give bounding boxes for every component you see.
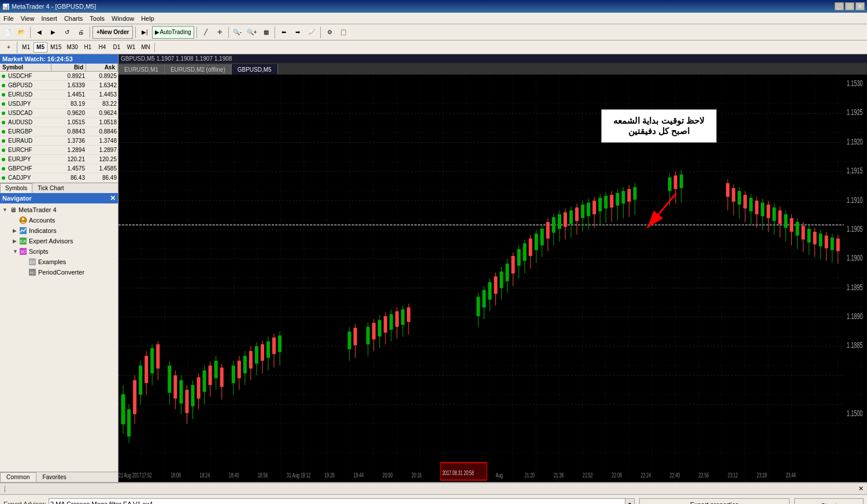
- tab-tick-chart[interactable]: Tick Chart: [32, 183, 69, 193]
- svg-rect-86: [272, 338, 276, 354]
- svg-text:1.1920: 1.1920: [847, 137, 863, 147]
- nav-period-converter[interactable]: PC PeriodConverter: [1, 267, 117, 277]
- zoom-in-chart-button[interactable]: 🔍+: [245, 26, 259, 39]
- period-mn-button[interactable]: MN: [139, 42, 153, 53]
- tab-eurusd-m1[interactable]: EURUSD,M1: [118, 64, 165, 75]
- tab-symbols[interactable]: Symbols: [0, 183, 32, 193]
- nav-scripts[interactable]: ▼ SC Scripts: [1, 246, 117, 257]
- period-w1-button[interactable]: W1: [124, 42, 138, 53]
- scroll-right-button[interactable]: ➡: [291, 26, 304, 39]
- annotation-arrow: [642, 187, 688, 235]
- symbol-name: USDCAD: [7, 110, 51, 116]
- menu-charts[interactable]: Charts: [61, 14, 86, 23]
- new-chart-button[interactable]: 📄: [1, 26, 14, 39]
- svg-rect-68: [214, 361, 218, 378]
- templates-button[interactable]: 📋: [337, 26, 350, 39]
- start-button[interactable]: Start: [794, 498, 864, 504]
- nav-ea-expand: ▶: [13, 238, 18, 244]
- period-m5-button[interactable]: M5: [34, 42, 47, 53]
- forward-button[interactable]: ▶: [47, 26, 60, 39]
- market-watch-row[interactable]: CADJPY 86.43 86.49: [0, 173, 118, 183]
- symbol-name: CADJPY: [7, 175, 51, 181]
- scroll-left-button[interactable]: ⬅: [277, 26, 290, 39]
- market-watch-tabs: Symbols Tick Chart: [0, 183, 118, 193]
- title-bar-controls[interactable]: _ □ ✕: [835, 2, 865, 10]
- zoom-out-chart-button[interactable]: 🔍-: [231, 26, 244, 39]
- market-watch-row[interactable]: EURUSD 1.4451 1.4453: [0, 90, 118, 99]
- open-button[interactable]: 📂: [15, 26, 28, 39]
- menu-insert[interactable]: Insert: [38, 14, 61, 23]
- refresh-button[interactable]: ↺: [61, 26, 73, 39]
- expert-properties-button[interactable]: Expert properties: [639, 498, 790, 504]
- svg-rect-48: [150, 348, 154, 373]
- period-h1-button[interactable]: H1: [81, 42, 95, 53]
- crosshair-button[interactable]: ✛: [213, 26, 226, 39]
- bid-value: 83.19: [51, 101, 86, 107]
- autotrading-button[interactable]: ▶ AutoTrading: [152, 26, 194, 39]
- maximize-button[interactable]: □: [845, 2, 854, 10]
- menu-help[interactable]: Help: [138, 14, 158, 23]
- menu-tools[interactable]: Tools: [86, 14, 108, 23]
- zoom-in-button[interactable]: ▶|: [138, 26, 151, 39]
- symbol-name: EURAUD: [7, 138, 51, 144]
- market-watch-row[interactable]: EURJPY 120.21 120.25: [0, 155, 118, 164]
- menu-view[interactable]: View: [17, 14, 38, 23]
- period-m30-button[interactable]: M30: [64, 42, 80, 53]
- market-watch-row[interactable]: GBPUSD 1.6339 1.6342: [0, 81, 118, 90]
- bid-value: 0.8921: [51, 73, 86, 79]
- ea-input[interactable]: [49, 499, 625, 504]
- svg-rect-90: [348, 332, 351, 349]
- period-h4-button[interactable]: H4: [95, 42, 109, 53]
- minimize-button[interactable]: _: [835, 2, 844, 10]
- market-watch-row[interactable]: USDCAD 0.9620 0.9624: [0, 109, 118, 118]
- navigator-close-button[interactable]: ✕: [110, 194, 116, 202]
- market-watch-row[interactable]: EURAUD 1.3736 1.3748: [0, 136, 118, 146]
- market-watch-row[interactable]: GBPCHF 1.4575 1.4585: [0, 164, 118, 173]
- svg-rect-56: [179, 380, 183, 403]
- nav-metatrader4[interactable]: ▼ 🖥 MetaTrader 4: [1, 205, 117, 215]
- market-watch-row[interactable]: EURGBP 0.8843 0.8846: [0, 127, 118, 136]
- tab-eurusd-m2[interactable]: EURUSD,M2 (offline): [165, 64, 232, 75]
- menu-window[interactable]: Window: [108, 14, 138, 23]
- nav-examples[interactable]: EX Examples: [1, 257, 117, 267]
- svg-rect-192: [784, 214, 787, 228]
- svg-rect-210: [836, 239, 840, 251]
- svg-rect-130: [535, 234, 538, 250]
- period-m15-button[interactable]: M15: [48, 42, 64, 53]
- svg-rect-66: [209, 366, 212, 386]
- nav-indicators[interactable]: ▶ Indicators: [1, 225, 117, 236]
- menu-file[interactable]: File: [0, 14, 17, 23]
- print-button[interactable]: 🖨: [75, 26, 87, 39]
- new-order-button[interactable]: + New Order: [92, 26, 133, 39]
- line-study-button[interactable]: ╱: [199, 26, 212, 39]
- nav-expert-advisors[interactable]: ▶ EA Expert Advisors: [1, 236, 117, 246]
- properties-button[interactable]: ⚙: [323, 26, 336, 39]
- add-indicator-button[interactable]: +: [2, 41, 15, 54]
- bid-value: 1.3736: [51, 138, 86, 144]
- svg-rect-202: [813, 232, 817, 244]
- period-m1-button[interactable]: M1: [19, 42, 33, 53]
- toolbar-sep-7: [320, 27, 321, 38]
- period-d1-button[interactable]: D1: [110, 42, 124, 53]
- ask-value: 86.49: [86, 175, 118, 181]
- tab-favorites[interactable]: Favorites: [36, 472, 73, 482]
- close-button[interactable]: ✕: [855, 2, 865, 10]
- indicator-button[interactable]: 📈: [305, 26, 318, 39]
- tab-common[interactable]: Common: [0, 472, 36, 482]
- tester-close-button[interactable]: ✕: [855, 485, 867, 492]
- svg-rect-114: [488, 282, 491, 299]
- svg-rect-78: [249, 351, 253, 368]
- market-watch-row[interactable]: USDJPY 83.19 83.22: [0, 99, 118, 109]
- svg-rect-122: [512, 256, 515, 273]
- back-button[interactable]: ◀: [33, 26, 46, 39]
- market-watch-row[interactable]: AUDUSD 1.0515 1.0518: [0, 118, 118, 127]
- col-ask: Ask: [86, 64, 118, 71]
- ask-value: 0.8846: [86, 128, 118, 135]
- market-watch-row[interactable]: EURCHF 1.2894 1.2897: [0, 146, 118, 155]
- market-watch-row[interactable]: USDCHF 0.8921 0.8925: [0, 72, 118, 81]
- ea-dropdown-button[interactable]: ▼: [625, 499, 634, 504]
- chart-type-button[interactable]: ▦: [260, 26, 272, 39]
- nav-accounts[interactable]: Accounts: [1, 215, 117, 225]
- tab-gbpusd-m5[interactable]: GBPUSD,M5: [232, 64, 278, 75]
- svg-rect-54: [173, 375, 177, 398]
